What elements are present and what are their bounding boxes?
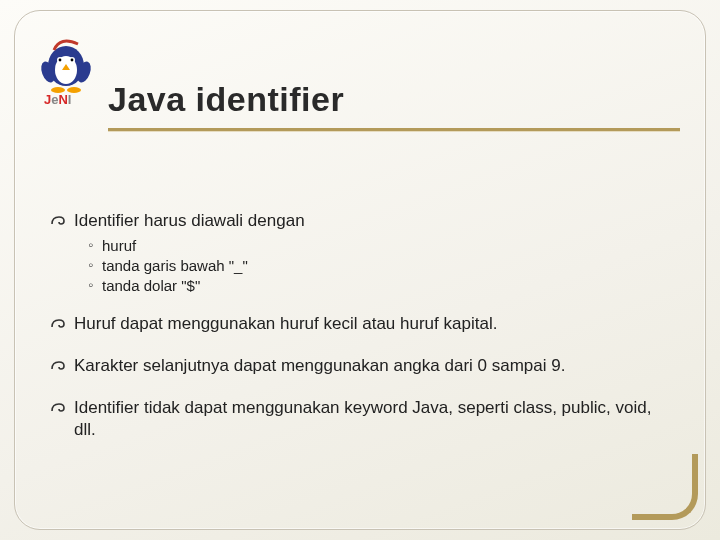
corner-accent [632, 454, 698, 520]
slide-title: Java identifier [108, 80, 344, 119]
jeni-logo: JeNI [34, 34, 98, 106]
svg-point-5 [71, 59, 74, 62]
bullet-text: Huruf dapat menggunakan huruf kecil atau… [74, 314, 497, 333]
sub-text: tanda dolar "$" [102, 277, 200, 294]
sub-item: tanda dolar "$" [88, 276, 660, 295]
bullet-icon [50, 318, 66, 332]
svg-point-4 [59, 59, 62, 62]
bullet-text: Identifier harus diawali dengan [74, 211, 305, 230]
bullet-icon [50, 215, 66, 229]
sub-item: tanda garis bawah "_" [88, 256, 660, 275]
svg-text:JeNI: JeNI [44, 92, 71, 106]
slide: JeNI Java identifier Identifier harus di… [0, 0, 720, 540]
bullet-item: Identifier tidak dapat menggunakan keywo… [48, 397, 660, 441]
content-area: Identifier harus diawali dengan huruf ta… [48, 210, 660, 460]
bullet-text: Karakter selanjutnya dapat menggunakan a… [74, 356, 565, 375]
title-underline [108, 128, 680, 132]
bullet-icon [50, 360, 66, 374]
bullet-item: Huruf dapat menggunakan huruf kecil atau… [48, 313, 660, 335]
sub-text: tanda garis bawah "_" [102, 257, 248, 274]
bullet-item: Karakter selanjutnya dapat menggunakan a… [48, 355, 660, 377]
sub-list: huruf tanda garis bawah "_" tanda dolar … [88, 236, 660, 296]
sub-item: huruf [88, 236, 660, 255]
sub-text: huruf [102, 237, 136, 254]
bullet-text: Identifier tidak dapat menggunakan keywo… [74, 398, 651, 439]
bullet-item: Identifier harus diawali dengan [48, 210, 660, 232]
bullet-icon [50, 402, 66, 416]
